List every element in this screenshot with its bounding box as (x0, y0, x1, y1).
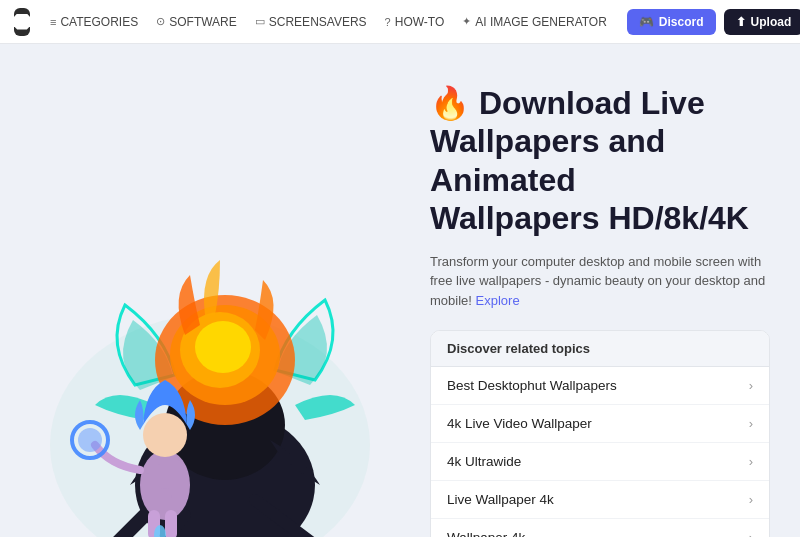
navbar: ≡ CATEGORIES ⊙ SOFTWARE ▭ SCREENSAVERS ?… (0, 0, 800, 44)
software-icon: ⊙ (156, 15, 165, 28)
page-title: 🔥 Download Live Wallpapers and Animated … (430, 84, 770, 238)
upload-icon: ⬆ (736, 15, 746, 29)
site-logo[interactable] (14, 8, 30, 36)
related-item-0[interactable]: Best Desktophut Wallpapers › (431, 367, 769, 405)
main-content: 🔥 Download Live Wallpapers and Animated … (0, 44, 800, 537)
right-panel: 🔥 Download Live Wallpapers and Animated … (420, 74, 800, 537)
related-topics-header: Discover related topics (431, 331, 769, 367)
ai-icon: ✦ (462, 15, 471, 28)
nav-right: 🎮 Discord ⬆ Upload (627, 9, 800, 35)
related-item-4[interactable]: Wallpaper 4k › (431, 519, 769, 537)
chevron-right-icon: › (749, 492, 753, 507)
related-item-2[interactable]: 4k Ultrawide › (431, 443, 769, 481)
svg-point-13 (140, 450, 190, 520)
nav-categories[interactable]: ≡ CATEGORIES (50, 15, 138, 29)
chevron-right-icon: › (749, 454, 753, 469)
discord-icon: 🎮 (639, 15, 654, 29)
svg-point-16 (143, 413, 187, 457)
upload-button[interactable]: ⬆ Upload (724, 9, 800, 35)
hero-subtitle: Transform your computer desktop and mobi… (430, 252, 770, 311)
discord-button[interactable]: 🎮 Discord (627, 9, 716, 35)
svg-point-18 (78, 428, 102, 452)
nav-software[interactable]: ⊙ SOFTWARE (156, 15, 237, 29)
related-item-1[interactable]: 4k Live Video Wallpaper › (431, 405, 769, 443)
menu-icon: ≡ (50, 16, 56, 28)
nav-items: ≡ CATEGORIES ⊙ SOFTWARE ▭ SCREENSAVERS ?… (50, 15, 607, 29)
nav-ai[interactable]: ✦ AI IMAGE GENERATOR (462, 15, 607, 29)
explore-link[interactable]: Explore (476, 293, 520, 308)
logo-icon (14, 14, 30, 30)
chevron-right-icon: › (749, 530, 753, 537)
svg-point-12 (195, 321, 251, 373)
nav-howto[interactable]: ? HOW-TO (385, 15, 445, 29)
chevron-right-icon: › (749, 416, 753, 431)
related-item-3[interactable]: Live Wallpaper 4k › (431, 481, 769, 519)
hero-illustration (15, 205, 405, 537)
hero-image-area (0, 74, 420, 537)
related-topics-box: Discover related topics Best Desktophut … (430, 330, 770, 537)
chevron-right-icon: › (749, 378, 753, 393)
howto-icon: ? (385, 16, 391, 28)
screensavers-icon: ▭ (255, 15, 265, 28)
svg-rect-15 (165, 510, 177, 537)
nav-screensavers[interactable]: ▭ SCREENSAVERS (255, 15, 367, 29)
